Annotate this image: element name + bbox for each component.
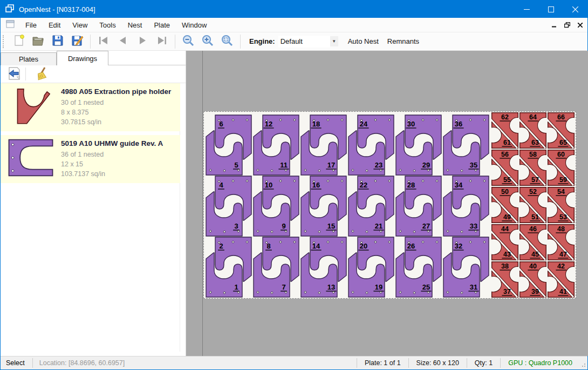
tab-plates[interactable]: Plates [1, 52, 57, 65]
svg-text:19: 19 [375, 283, 382, 291]
svg-text:42: 42 [557, 263, 565, 270]
chevron-down-icon[interactable]: ▼ [330, 36, 338, 46]
maximize-button[interactable] [539, 1, 563, 18]
nest-part-pair-red[interactable]: 5857 [514, 150, 553, 186]
save-button[interactable] [48, 33, 67, 50]
nest-part-pair-purple[interactable]: 2423 [348, 115, 394, 175]
nest-part-pair-purple[interactable]: 2019 [348, 237, 394, 297]
svg-text:14: 14 [312, 242, 320, 250]
nest-part-pair-red[interactable]: 3837 [486, 262, 525, 298]
nest-part-pair-red[interactable]: 6665 [542, 113, 576, 149]
nest-part-pair-red[interactable]: 5049 [486, 187, 525, 223]
nest-part-pair-purple[interactable]: 2221 [348, 176, 394, 236]
menu-edit[interactable]: Edit [43, 18, 66, 32]
return-to-drawings-button[interactable] [5, 66, 23, 82]
toolbar-grip[interactable] [3, 35, 4, 48]
minimize-button[interactable] [515, 1, 539, 18]
nest-part-pair-red[interactable]: 4241 [542, 262, 576, 298]
svg-text:13: 13 [327, 283, 335, 291]
svg-text:60: 60 [557, 151, 565, 158]
auto-nest-button[interactable]: Auto Nest [344, 34, 383, 49]
svg-text:39: 39 [531, 288, 539, 295]
svg-text:62: 62 [501, 113, 509, 121]
nest-part-pair-purple[interactable]: 2625 [396, 237, 441, 297]
nest-part-pair-red[interactable]: 4645 [514, 225, 553, 260]
nest-part-pair-red[interactable]: 6261 [486, 113, 525, 149]
nest-part-pair-purple[interactable]: 1817 [301, 115, 346, 175]
mdi-close-button[interactable] [576, 21, 584, 30]
last-arrow-icon [155, 35, 168, 48]
previous-plate-button[interactable] [113, 33, 133, 50]
status-bar: Select Location: [84.8696, 60.6957] Plat… [1, 356, 587, 369]
close-button[interactable] [563, 1, 587, 18]
zoom-out-button[interactable] [179, 33, 198, 50]
list-item[interactable]: 4980 A05 Extraction pipe holder 30 of 1 … [1, 83, 180, 131]
nest-part-pair-red[interactable]: 6463 [514, 113, 553, 149]
menu-plate[interactable]: Plate [148, 18, 176, 32]
svg-text:23: 23 [375, 161, 382, 169]
nest-part-pair-red[interactable]: 4847 [542, 225, 576, 260]
svg-text:49: 49 [503, 213, 511, 221]
plate[interactable]: 6512111817242330293635431091615222128273… [203, 111, 576, 299]
zoom-fit-button[interactable] [217, 33, 237, 50]
drawings-list: 4980 A05 Extraction pipe holder 30 of 1 … [1, 83, 180, 187]
tab-drawings[interactable]: Drawings [57, 51, 108, 65]
drawing-title: 5019 A10 UHMW guide Rev. A [61, 139, 163, 147]
open-button[interactable] [29, 33, 48, 50]
zoom-in-button[interactable] [198, 33, 217, 50]
nest-part-pair-purple[interactable]: 3029 [396, 115, 441, 175]
nest-part-pair-purple[interactable]: 109 [254, 176, 299, 236]
nest-part-pair-purple[interactable]: 21 [206, 237, 251, 297]
nest-part-pair-purple[interactable]: 2827 [396, 176, 441, 236]
nest-part-pair-purple[interactable]: 87 [254, 237, 299, 297]
clear-button[interactable] [32, 66, 51, 82]
nest-part-pair-red[interactable]: 5453 [542, 187, 576, 223]
nest-part-pair-purple[interactable]: 1211 [254, 115, 299, 175]
nest-part-pair-red[interactable]: 5655 [486, 150, 525, 186]
nest-part-pair-purple[interactable]: 1615 [301, 176, 346, 236]
save-as-button[interactable] [67, 33, 87, 50]
nest-part-pair-red[interactable]: 4039 [514, 262, 553, 298]
drawing-title: 4980 A05 Extraction pipe holder [61, 88, 171, 96]
last-plate-button[interactable] [152, 33, 172, 50]
mdi-minimize-button[interactable] [550, 21, 558, 30]
nest-part-pair-red[interactable]: 6059 [542, 150, 576, 186]
svg-text:51: 51 [531, 213, 539, 221]
mdi-restore-button[interactable] [563, 21, 571, 30]
list-item[interactable]: 5019 A10 UHMW guide Rev. A 36 of 1 neste… [1, 135, 180, 183]
menu-tools[interactable]: Tools [93, 18, 121, 32]
red-part-shape [17, 89, 50, 124]
nest-part-pair-purple[interactable]: 3231 [443, 237, 489, 297]
toolbar-separator [175, 35, 175, 49]
back-arrow-document-icon [7, 66, 21, 82]
new-button[interactable] [9, 33, 29, 50]
next-plate-button[interactable] [133, 33, 152, 50]
svg-text:31: 31 [470, 283, 477, 291]
nest-part-pair-purple[interactable]: 3433 [443, 176, 489, 236]
svg-text:5: 5 [234, 161, 238, 169]
svg-text:61: 61 [503, 139, 511, 146]
nest-part-pair-red[interactable]: 5251 [514, 187, 553, 223]
menu-window[interactable]: Window [176, 18, 213, 32]
nest-part-pair-red[interactable]: 4443 [486, 225, 525, 260]
svg-text:45: 45 [531, 251, 539, 258]
nest-part-pair-purple[interactable]: 65 [206, 115, 251, 175]
open-folder-icon [32, 34, 45, 49]
engine-select[interactable]: Default [278, 36, 330, 48]
nest-canvas[interactable]: 6512111817242330293635431091615222128273… [186, 51, 588, 356]
menu-file[interactable]: File [19, 18, 43, 32]
first-plate-button[interactable] [94, 33, 113, 50]
cursor-location: Location: [84.8696, 60.6957] [33, 359, 131, 367]
menu-nest[interactable]: Nest [122, 18, 148, 32]
drawing-size: 12 x 15 [61, 159, 163, 169]
toolbar-separator [25, 68, 26, 80]
svg-text:56: 56 [501, 151, 509, 158]
remnants-button[interactable]: Remnants [383, 34, 423, 49]
nest-part-pair-purple[interactable]: 1413 [301, 237, 346, 297]
zoom-in-icon [201, 34, 214, 49]
menu-view[interactable]: View [66, 18, 93, 32]
svg-text:41: 41 [559, 288, 567, 295]
nest-part-pair-purple[interactable]: 3635 [443, 115, 489, 175]
resize-grip[interactable] [580, 358, 586, 368]
nest-part-pair-purple[interactable]: 43 [206, 176, 251, 236]
